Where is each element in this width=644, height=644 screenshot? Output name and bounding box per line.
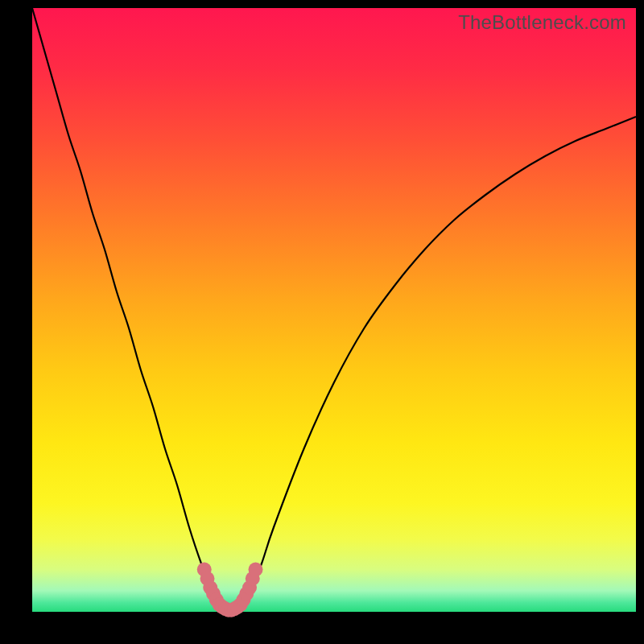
chart-svg — [32, 8, 636, 612]
chart-frame: TheBottleneck.com — [0, 0, 644, 644]
optimal-marker-dot — [249, 563, 263, 577]
plot-area: TheBottleneck.com — [32, 8, 636, 612]
watermark-text: TheBottleneck.com — [458, 11, 626, 34]
